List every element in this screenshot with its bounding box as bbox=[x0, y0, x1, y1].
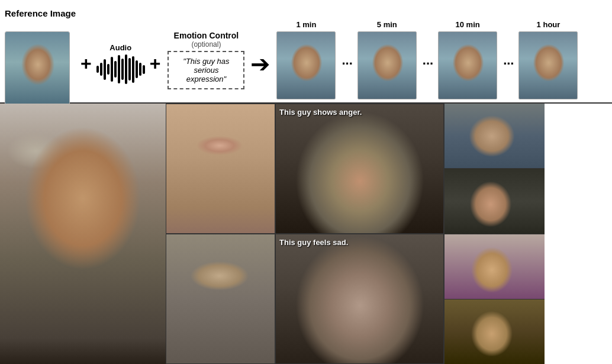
wave-bar bbox=[128, 58, 131, 80]
output-frame-1 bbox=[276, 31, 336, 99]
reference-image bbox=[5, 31, 70, 108]
diagram-area: Reference Image + Audio bbox=[0, 0, 612, 104]
sad-panel: This guy feels sad. bbox=[275, 234, 444, 364]
wave-bar bbox=[104, 59, 106, 80]
wave-bar bbox=[132, 56, 134, 83]
output-frames-section: 1 min ... 5 min ... 10 min ... bbox=[276, 20, 578, 99]
emotion-quote: "This guy has serious expression" bbox=[183, 57, 229, 83]
thumb-1 bbox=[444, 104, 545, 169]
plus-icon-2: + bbox=[150, 53, 161, 75]
zoom-panels-section bbox=[166, 104, 275, 364]
frame-1hour: 1 hour bbox=[518, 20, 578, 99]
arrow-icon: ➔ bbox=[250, 50, 270, 78]
output-face-3 bbox=[439, 32, 497, 99]
frame-1min: 1 min bbox=[276, 20, 336, 99]
reference-image-section: Reference Image bbox=[5, 8, 76, 108]
time-label-1: 1 min bbox=[296, 20, 316, 29]
output-frame-3 bbox=[438, 31, 497, 99]
output-frame-4 bbox=[518, 31, 578, 99]
output-face-1 bbox=[277, 32, 335, 99]
frame-5min: 5 min bbox=[357, 20, 417, 99]
time-label-3: 10 min bbox=[456, 20, 480, 29]
audio-waveform bbox=[96, 54, 145, 84]
wave-bar bbox=[107, 64, 109, 75]
bottom-section: This guy shows anger. This guy feels sad… bbox=[0, 104, 612, 364]
wave-bar bbox=[121, 59, 124, 80]
sad-label: This guy feels sad. bbox=[279, 238, 348, 247]
wave-bar bbox=[139, 63, 141, 76]
anger-label: This guy shows anger. bbox=[279, 108, 362, 117]
output-face-4 bbox=[519, 32, 577, 99]
thumb-4 bbox=[444, 299, 545, 364]
time-label-4: 1 hour bbox=[537, 20, 561, 29]
side-thumbnails bbox=[444, 104, 545, 364]
sad-face-bg bbox=[276, 234, 443, 363]
output-frame-2 bbox=[357, 31, 417, 99]
wave-bar bbox=[114, 61, 117, 78]
zoom-mouth-panel bbox=[166, 104, 275, 234]
anger-face-bg bbox=[276, 104, 443, 233]
emotion-video-panels: This guy shows anger. This guy feels sad… bbox=[275, 104, 444, 364]
wave-bar bbox=[136, 60, 138, 78]
anger-panel: This guy shows anger. bbox=[275, 104, 444, 234]
audio-section: Audio bbox=[96, 43, 145, 84]
emotion-optional-label: (optional) bbox=[191, 40, 221, 49]
thumb-3 bbox=[444, 234, 545, 299]
wave-bar bbox=[125, 54, 127, 84]
time-label-2: 5 min bbox=[377, 20, 397, 29]
wave-bar bbox=[96, 66, 99, 73]
wave-bar bbox=[100, 63, 102, 76]
plus-icon-1: + bbox=[80, 53, 92, 75]
large-woman-face bbox=[0, 104, 166, 364]
reference-image-label: Reference Image bbox=[5, 8, 76, 18]
wave-bar bbox=[111, 57, 113, 82]
output-face-2 bbox=[358, 32, 416, 99]
audio-label: Audio bbox=[109, 43, 131, 52]
zoom-eye-panel bbox=[166, 234, 275, 364]
emotion-text-box: "This guy has serious expression" bbox=[168, 51, 244, 89]
large-face-overlay bbox=[0, 104, 166, 364]
dots-2: ... bbox=[423, 53, 433, 68]
wave-bar bbox=[143, 65, 145, 74]
reference-face bbox=[5, 32, 69, 108]
thumb-2 bbox=[444, 169, 545, 234]
wave-bar bbox=[118, 55, 120, 83]
dots-3: ... bbox=[503, 53, 514, 68]
emotion-control-label: Emotion Control bbox=[174, 31, 239, 40]
emotion-control-section: Emotion Control (optional) "This guy has… bbox=[168, 31, 244, 89]
dots-1: ... bbox=[342, 53, 352, 68]
frame-10min: 10 min bbox=[438, 20, 497, 99]
